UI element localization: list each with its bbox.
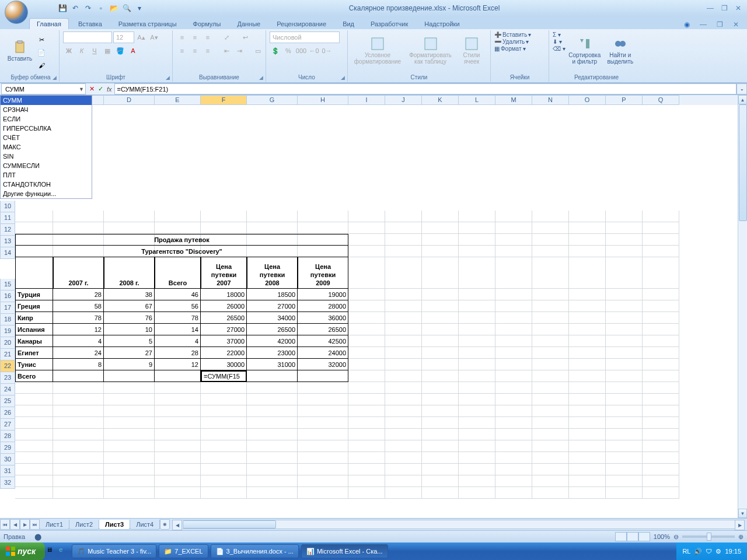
cell-L28[interactable] <box>459 440 495 452</box>
formula-input[interactable]: =СУММ(F15:F21) <box>114 83 736 94</box>
cell-K14[interactable] <box>422 257 459 289</box>
cell-Q19[interactable] <box>643 335 679 347</box>
view-normal-button[interactable] <box>615 532 627 541</box>
col-header-O[interactable]: O <box>569 95 606 105</box>
cell-L32[interactable] <box>459 487 495 499</box>
cell-M22[interactable] <box>495 370 532 382</box>
preview-icon[interactable]: 🔍 <box>121 3 132 13</box>
row-header-11[interactable]: 11 <box>0 212 15 224</box>
cell-F21[interactable]: 30000 <box>201 359 247 370</box>
row-header-26[interactable]: 26 <box>0 407 15 419</box>
taskbar-item[interactable]: 📁7_EXCEL <box>159 544 208 558</box>
hscroll-right-button[interactable]: ▶ <box>735 520 745 530</box>
tab-prev-button[interactable]: ◀ <box>10 519 20 530</box>
col-header-D[interactable]: D <box>104 95 155 105</box>
ql-desktop-icon[interactable]: 🖥 <box>46 546 57 556</box>
cell-K23[interactable] <box>422 382 459 394</box>
cell-E28[interactable] <box>155 440 201 452</box>
cell-B10[interactable] <box>15 211 53 222</box>
cell-P11[interactable] <box>606 222 643 234</box>
cell-C10[interactable] <box>53 211 104 222</box>
sheet-tab-Лист4[interactable]: Лист4 <box>130 520 160 530</box>
cell-E18[interactable]: 14 <box>155 324 201 335</box>
cell-J24[interactable] <box>385 394 422 405</box>
doc-restore-button[interactable]: ❐ <box>713 20 726 29</box>
cell-C23[interactable] <box>53 382 104 394</box>
cell-O17[interactable] <box>569 312 606 324</box>
new-icon[interactable]: ▫ <box>96 3 106 13</box>
view-pagebreak-button[interactable] <box>638 532 650 541</box>
cell-J21[interactable] <box>385 359 422 370</box>
cell-I11[interactable] <box>348 222 385 234</box>
cell-K16[interactable] <box>422 300 459 312</box>
doc-minimize-button[interactable]: — <box>697 20 710 29</box>
cell-Q12[interactable] <box>643 234 679 246</box>
cell-M20[interactable] <box>495 347 532 359</box>
cell-F14[interactable]: Цена путевки 2007 <box>201 257 247 289</box>
row-header-13[interactable]: 13 <box>0 236 15 247</box>
col-header-F[interactable]: F <box>201 95 247 105</box>
cell-E20[interactable]: 28 <box>155 347 201 359</box>
cell-C29[interactable] <box>53 452 104 464</box>
row-header-10[interactable]: 10 <box>0 201 15 212</box>
cell-H10[interactable] <box>298 211 348 222</box>
cell-G18[interactable]: 26500 <box>247 324 298 335</box>
currency-button[interactable]: 💲 <box>270 45 281 57</box>
cell-B16[interactable]: Греция <box>15 300 53 312</box>
cell-N10[interactable] <box>532 211 569 222</box>
dec-decimal-button[interactable]: 0→ <box>321 45 333 57</box>
cell-M30[interactable] <box>495 464 532 475</box>
cell-O14[interactable] <box>569 257 606 289</box>
cell-P22[interactable] <box>606 370 643 382</box>
cell-L29[interactable] <box>459 452 495 464</box>
cell-O31[interactable] <box>569 475 606 487</box>
cell-B31[interactable] <box>15 475 53 487</box>
align-middle-button[interactable]: ≡ <box>189 32 201 43</box>
cell-G10[interactable] <box>247 211 298 222</box>
cell-O21[interactable] <box>569 359 606 370</box>
row-header-30[interactable]: 30 <box>0 454 15 466</box>
cell-L18[interactable] <box>459 324 495 335</box>
cell-F31[interactable] <box>201 475 247 487</box>
cell-E23[interactable] <box>155 382 201 394</box>
cell-L24[interactable] <box>459 394 495 405</box>
taskbar-item[interactable]: 📄3_Вычиления.docx - ... <box>211 544 299 558</box>
cell-D23[interactable] <box>104 382 155 394</box>
tab-last-button[interactable]: ⏭ <box>30 519 40 530</box>
cell-D31[interactable] <box>104 475 155 487</box>
cell-M24[interactable] <box>495 394 532 405</box>
tab-next-button[interactable]: ▶ <box>20 519 30 530</box>
col-header-M[interactable]: M <box>495 95 532 105</box>
taskbar-item[interactable]: 📊Microsoft Excel - Ска... <box>301 544 388 558</box>
cell-N19[interactable] <box>532 335 569 347</box>
cell-O11[interactable] <box>569 222 606 234</box>
cell-H20[interactable]: 24000 <box>298 347 348 359</box>
format-table-button[interactable]: Форматировать как таблицу <box>406 32 455 70</box>
cell-K15[interactable] <box>422 289 459 300</box>
cell-B11[interactable] <box>15 222 53 234</box>
col-header-P[interactable]: P <box>606 95 643 105</box>
cell-E32[interactable] <box>155 487 201 499</box>
zoom-in-button[interactable]: ⊕ <box>738 533 743 541</box>
cell-M31[interactable] <box>495 475 532 487</box>
cell-K18[interactable] <box>422 324 459 335</box>
cell-K29[interactable] <box>422 452 459 464</box>
format-cells-button[interactable]: ▦ Формат ▾ <box>494 46 526 52</box>
cell-E15[interactable]: 46 <box>155 289 201 300</box>
grid[interactable]: CDEFGHIJKLMNOPQ Продажа путевокТурагентс… <box>0 95 747 518</box>
cell-P19[interactable] <box>606 335 643 347</box>
cell-B15[interactable]: Турция <box>15 289 53 300</box>
cell-Q31[interactable] <box>643 475 679 487</box>
cell-L20[interactable] <box>459 347 495 359</box>
cell-merged-13[interactable]: Турагентство "Discovery" <box>15 246 348 257</box>
cell-Q25[interactable] <box>643 405 679 417</box>
cell-G14[interactable]: Цена путевки 2008 <box>247 257 298 289</box>
vscroll-thumb[interactable] <box>739 104 747 221</box>
cell-D14[interactable]: 2008 г. <box>104 257 155 289</box>
name-box[interactable]: СУММ ▼ <box>1 83 86 94</box>
cell-K13[interactable] <box>422 246 459 257</box>
cell-Q14[interactable] <box>643 257 679 289</box>
cell-E31[interactable] <box>155 475 201 487</box>
cell-C25[interactable] <box>53 405 104 417</box>
cell-I17[interactable] <box>348 312 385 324</box>
